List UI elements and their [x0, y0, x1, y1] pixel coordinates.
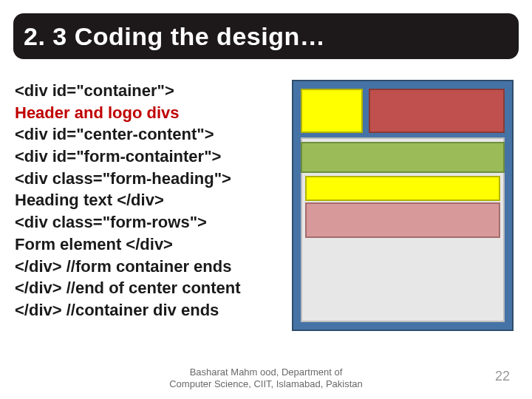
code-line: </div> //end of center content [15, 277, 281, 299]
diagram-logo-box [301, 89, 363, 133]
slide-title: 2. 3 Coding the design… [24, 22, 325, 51]
diagram-header-row [301, 89, 505, 133]
code-line: <div class="form-rows"> [15, 211, 281, 233]
diagram-header-box [369, 89, 505, 133]
footer-text: Basharat Mahm ood, Department of Compute… [169, 366, 363, 391]
code-line: <div class="form-heading"> [15, 168, 281, 190]
code-line: <div id="form-containter"> [15, 146, 281, 168]
code-line: Heading text </div> [15, 189, 281, 211]
code-line: <div id="center-content"> [15, 123, 281, 146]
code-line-highlight: Header and logo divs [15, 102, 281, 124]
footer-line1: Basharat Mahm ood, Department of [190, 366, 343, 378]
layout-diagram-container [292, 80, 514, 331]
code-line: </div> //form container ends [15, 256, 281, 278]
slide-title-bar: 2. 3 Coding the design… [13, 13, 519, 59]
footer-line2: Computer Science, CIIT, Islamabad, Pakis… [169, 378, 363, 389]
code-line: Form element </div> [15, 233, 281, 256]
code-listing: <div id="container"> Header and logo div… [15, 80, 281, 321]
diagram-form-heading-box [305, 176, 500, 201]
footer: Basharat Mahm ood, Department of Compute… [0, 366, 532, 391]
page-number: 22 [495, 369, 510, 384]
diagram-nav-box [301, 142, 505, 173]
diagram-form-rows-box [305, 202, 500, 238]
diagram-center-content [301, 137, 505, 322]
code-line: </div> //container div ends [15, 299, 281, 321]
code-line: <div id="container"> [15, 80, 281, 102]
